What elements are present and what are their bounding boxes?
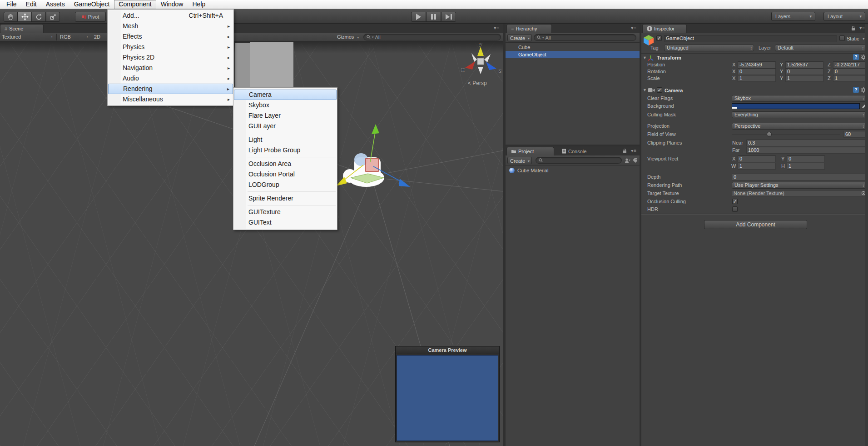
add-component-button[interactable]: Add Component bbox=[704, 220, 807, 229]
2d-toggle[interactable]: 2D bbox=[94, 34, 100, 40]
viewport-x-field[interactable]: 0 bbox=[738, 155, 776, 162]
tab-project[interactable]: Project bbox=[506, 147, 554, 155]
lock-icon[interactable] bbox=[851, 25, 855, 31]
menu-edit[interactable]: Edit bbox=[21, 0, 41, 9]
play-button[interactable] bbox=[411, 12, 426, 22]
project-search-input[interactable] bbox=[536, 157, 622, 164]
project-item-cube-material[interactable]: Cube Material bbox=[506, 167, 640, 174]
panel-menu-icon[interactable]: ▾≡ bbox=[494, 25, 500, 30]
fov-slider-thumb[interactable] bbox=[767, 132, 772, 137]
lock-icon[interactable] bbox=[623, 148, 627, 154]
submenu-item-guitext[interactable]: GUIText bbox=[234, 217, 337, 228]
render-mode-dropdown[interactable]: RGB ↕ bbox=[60, 34, 88, 40]
scene-search-input[interactable]: ▾ All bbox=[363, 34, 501, 40]
scale-tool-button[interactable] bbox=[46, 12, 60, 22]
rotate-tool-button[interactable] bbox=[32, 12, 46, 22]
gizmo-y-cone[interactable] bbox=[477, 47, 484, 56]
scale-z-field[interactable]: 1 bbox=[833, 75, 866, 82]
menu-component[interactable]: Component bbox=[114, 0, 156, 9]
culling-mask-dropdown[interactable]: Everything↕ bbox=[732, 111, 866, 118]
submenu-item-skybox[interactable]: Skybox bbox=[234, 100, 337, 110]
pivot-toggle-button[interactable]: Pivot bbox=[75, 12, 106, 22]
hierarchy-search-input[interactable]: ▾ All bbox=[534, 34, 636, 41]
fov-value-field[interactable]: 60 bbox=[843, 131, 866, 138]
menu-gameobject[interactable]: GameObject bbox=[69, 0, 114, 9]
help-icon[interactable]: ? bbox=[853, 54, 859, 60]
layer-dropdown[interactable]: Default↕ bbox=[775, 45, 866, 51]
position-z-field[interactable]: -0.2242117 bbox=[833, 61, 866, 68]
viewport-h-field[interactable]: 1 bbox=[787, 163, 825, 170]
rendering-path-dropdown[interactable]: Use Player Settings↕ bbox=[732, 182, 866, 189]
hand-tool-button[interactable] bbox=[4, 12, 18, 22]
submenu-item-guitexture[interactable]: GUITexture bbox=[234, 207, 337, 217]
menu-item-add[interactable]: Add... Ctrl+Shift+A bbox=[108, 10, 233, 21]
panel-menu-icon[interactable]: ▾≡ bbox=[631, 148, 637, 153]
position-y-field[interactable]: 1.528537 bbox=[785, 61, 823, 68]
submenu-item-light[interactable]: Light bbox=[234, 135, 337, 145]
persp-toggle[interactable]: < Persp bbox=[468, 80, 487, 86]
scale-y-field[interactable]: 1 bbox=[785, 75, 823, 82]
tab-scene[interactable]: # Scene bbox=[0, 24, 44, 33]
hierarchy-item-gameobject[interactable]: GameObject bbox=[506, 51, 640, 58]
menu-help[interactable]: Help bbox=[188, 0, 210, 9]
submenu-item-sprite-renderer[interactable]: Sprite Renderer bbox=[234, 193, 337, 204]
rotation-z-field[interactable]: 0 bbox=[833, 68, 866, 75]
position-x-field[interactable]: -5.243459 bbox=[738, 61, 776, 68]
panel-menu-icon[interactable]: ▾≡ bbox=[859, 25, 865, 30]
menu-item-audio[interactable]: Audio▸ bbox=[108, 73, 233, 84]
near-field[interactable]: 0.3 bbox=[746, 140, 866, 146]
gameobject-active-checkbox[interactable]: ✓ bbox=[656, 35, 662, 41]
layout-dropdown[interactable]: Layout▾ bbox=[823, 12, 865, 21]
pause-button[interactable] bbox=[426, 12, 441, 22]
scale-x-field[interactable]: 1 bbox=[738, 75, 776, 82]
tag-dropdown[interactable]: Untagged↕ bbox=[664, 45, 754, 51]
hdr-checkbox[interactable] bbox=[732, 206, 738, 212]
panel-menu-icon[interactable]: ▾≡ bbox=[631, 25, 637, 30]
search-by-label-icon[interactable] bbox=[632, 158, 638, 163]
step-button[interactable] bbox=[441, 12, 456, 22]
viewport-w-field[interactable]: 1 bbox=[738, 163, 776, 170]
menu-item-effects[interactable]: Effects▸ bbox=[108, 31, 233, 42]
occlusion-culling-checkbox[interactable]: ✓ bbox=[732, 199, 738, 204]
far-field[interactable]: 1000 bbox=[746, 147, 866, 154]
static-dropdown-arrow[interactable]: ▾ bbox=[863, 36, 865, 41]
menu-assets[interactable]: Assets bbox=[41, 0, 69, 9]
tab-hierarchy[interactable]: ≡ Hierarchy bbox=[506, 24, 552, 33]
submenu-item-occlusion-portal[interactable]: Occlusion Portal bbox=[234, 169, 337, 180]
menu-item-mesh[interactable]: Mesh▸ bbox=[108, 21, 233, 31]
rotation-y-field[interactable]: 0 bbox=[785, 68, 823, 75]
project-create-button[interactable]: Create ▾ bbox=[507, 157, 532, 164]
layers-dropdown[interactable]: Layers▾ bbox=[771, 12, 815, 21]
static-checkbox[interactable] bbox=[839, 35, 845, 41]
depth-field[interactable]: 0 bbox=[732, 174, 866, 180]
help-icon[interactable]: ? bbox=[853, 87, 859, 93]
clear-flags-dropdown[interactable]: Skybox↕ bbox=[732, 95, 866, 102]
inspector-scrollbar[interactable] bbox=[865, 24, 868, 446]
menu-item-navigation[interactable]: Navigation▸ bbox=[108, 63, 233, 73]
submenu-item-flare-layer[interactable]: Flare Layer bbox=[234, 110, 337, 121]
menu-item-physics-2d[interactable]: Physics 2D▸ bbox=[108, 52, 233, 63]
tab-inspector[interactable]: i Inspector bbox=[642, 24, 687, 33]
projection-dropdown[interactable]: Perspective↕ bbox=[732, 123, 866, 130]
submenu-item-occlusion-area[interactable]: Occlusion Area bbox=[234, 159, 337, 169]
menu-item-miscellaneous[interactable]: Miscellaneous▸ bbox=[108, 94, 233, 105]
submenu-item-light-probe-group[interactable]: Light Probe Group bbox=[234, 145, 337, 155]
submenu-item-camera[interactable]: Camera bbox=[234, 90, 337, 100]
camera-enabled-checkbox[interactable]: ✓ bbox=[657, 87, 662, 93]
gizmo-z-cone[interactable] bbox=[486, 62, 496, 70]
hierarchy-item-cube[interactable]: Cube bbox=[506, 44, 640, 51]
background-color-swatch[interactable] bbox=[732, 103, 860, 109]
menu-item-rendering[interactable]: Rendering▸ bbox=[108, 84, 233, 94]
viewport-y-field[interactable]: 0 bbox=[787, 155, 825, 162]
hierarchy-create-button[interactable]: Create ▾ bbox=[507, 34, 532, 41]
submenu-item-guilayer[interactable]: GUILayer bbox=[234, 121, 337, 131]
menu-file[interactable]: File bbox=[2, 0, 21, 9]
shading-mode-dropdown[interactable]: Textured ↕ bbox=[2, 34, 53, 40]
menu-window[interactable]: Window bbox=[156, 0, 188, 9]
menu-item-physics[interactable]: Physics▸ bbox=[108, 42, 233, 52]
rotation-x-field[interactable]: 0 bbox=[738, 68, 776, 75]
gizmos-dropdown[interactable]: Gizmos ▾ bbox=[337, 34, 359, 40]
gizmo-x-cone[interactable] bbox=[465, 61, 475, 70]
target-texture-field[interactable]: None (Render Texture) bbox=[732, 190, 866, 197]
move-tool-button[interactable] bbox=[18, 12, 32, 22]
